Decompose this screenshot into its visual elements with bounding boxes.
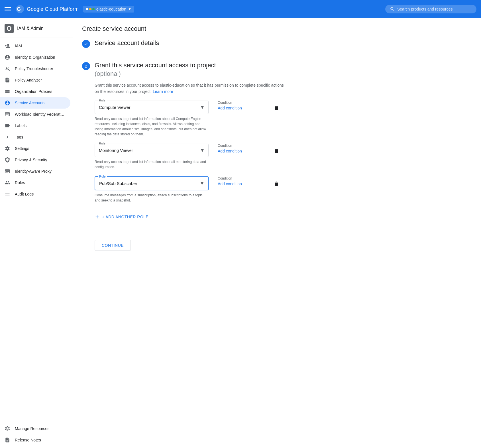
sidebar-label-manage-resources: Manage Resources [15, 426, 49, 431]
brand-logo: G Google Cloud Platform [15, 5, 79, 14]
roles-icon [5, 180, 10, 186]
sidebar-label-identity-org: Identity & Organization [15, 55, 55, 60]
project-dots [86, 8, 95, 10]
sidebar-item-identity-aware-proxy[interactable]: Identity-Aware Proxy [0, 166, 70, 177]
sidebar-item-labels[interactable]: Labels [0, 120, 70, 131]
tags-icon [5, 134, 10, 140]
role-select-2[interactable]: Monitoring Viewer [95, 144, 208, 157]
sidebar-item-manage-resources[interactable]: Manage Resources [0, 423, 70, 434]
google-logo-icon: G [15, 5, 25, 14]
project-name: elastic-education [96, 7, 126, 11]
sidebar-item-iam[interactable]: IAM [0, 40, 70, 52]
search-bar[interactable]: Search products and resources [385, 5, 476, 13]
role-select-wrapper-1: Role Compute Viewer ▼ [95, 101, 209, 114]
role-description-2: Read-only access to get and list informa… [95, 159, 209, 170]
role-description-3: Consume messages from a subscription, at… [95, 193, 209, 203]
sidebar-item-release-notes[interactable]: Release Notes [0, 434, 70, 446]
role-row-3: Role Pub/Sub Subscriber ▼ Consume messag… [95, 176, 472, 203]
sidebar-label-privacy-security: Privacy & Security [15, 158, 47, 162]
add-condition-link-2[interactable]: Add condition [218, 149, 263, 153]
sidebar-item-privacy-security[interactable]: Privacy & Security [0, 154, 70, 166]
sidebar-label-org-policies: Organization Policies [15, 89, 52, 94]
continue-section: CONTINUE [95, 231, 472, 251]
sidebar-item-policy-troubleshooter[interactable]: Policy Troubleshooter [0, 63, 70, 74]
sidebar-item-org-policies[interactable]: Organization Policies [0, 86, 70, 97]
org-policies-icon [5, 89, 10, 94]
search-icon [390, 7, 395, 12]
condition-section-3: Condition Add condition [218, 176, 263, 186]
sidebar-item-roles[interactable]: Roles [0, 177, 70, 188]
step-2-circle: 2 [82, 62, 90, 70]
sidebar-item-tags[interactable]: Tags [0, 131, 70, 143]
hamburger-icon[interactable] [5, 7, 11, 11]
trash-icon-2 [274, 148, 279, 154]
sidebar-header: IAM & Admin [0, 18, 73, 38]
step-2-line [86, 71, 86, 251]
sidebar: IAM & Admin IAM Identity & Organization [0, 18, 73, 448]
delete-role-btn-2[interactable] [272, 147, 280, 156]
identity-aware-proxy-icon [5, 168, 10, 174]
audit-logs-icon [5, 191, 10, 197]
settings-icon [5, 146, 10, 151]
condition-label-2: Condition [218, 144, 263, 148]
search-placeholder: Search products and resources [397, 7, 453, 11]
checkmark-icon [84, 42, 88, 46]
iam-admin-icon [5, 24, 14, 33]
role-field-2: Role Monitoring Viewer ▼ Read-only acces… [95, 144, 209, 170]
step-1-section: Service account details [82, 39, 472, 48]
brand-text: Google Cloud Platform [27, 6, 79, 12]
sidebar-title: IAM & Admin [17, 26, 43, 31]
delete-role-btn-3[interactable] [272, 180, 280, 189]
condition-section-2: Condition Add condition [218, 144, 263, 153]
step-2-indicator: 2 [82, 62, 90, 251]
role-label-2: Role [98, 142, 107, 145]
svg-text:G: G [17, 6, 21, 12]
step-1-circle [82, 40, 90, 48]
role-row-2: Role Monitoring Viewer ▼ Read-only acces… [95, 144, 472, 170]
step-2-content: Grant this service account access to pro… [95, 62, 472, 251]
condition-label-1: Condition [218, 101, 263, 105]
role-select-wrapper-2: Role Monitoring Viewer ▼ [95, 144, 209, 157]
condition-section-1: Condition Add condition [218, 101, 263, 110]
role-row-1: Role Compute Viewer ▼ Read-only access t… [95, 101, 472, 137]
workload-identity-icon [5, 111, 10, 117]
sidebar-item-service-accounts[interactable]: Service Accounts [0, 97, 70, 109]
sidebar-item-settings[interactable]: Settings [0, 143, 70, 154]
role-label-3: Role [98, 175, 107, 178]
grant-description: Grant this service account access to ela… [95, 82, 288, 95]
service-accounts-icon [5, 100, 10, 106]
sidebar-label-settings: Settings [15, 146, 29, 151]
add-condition-link-3[interactable]: Add condition [218, 182, 263, 186]
role-field-1: Role Compute Viewer ▼ Read-only access t… [95, 101, 209, 137]
trash-icon-1 [274, 105, 279, 111]
sidebar-item-identity-org[interactable]: Identity & Organization [0, 52, 70, 63]
sidebar-bottom: Manage Resources Release Notes [0, 421, 73, 448]
sidebar-nav: IAM Identity & Organization Policy Troub… [0, 38, 73, 416]
step-1-title: Service account details [95, 39, 472, 47]
policy-analyzer-icon [5, 77, 10, 83]
sidebar-label-tags: Tags [15, 135, 23, 139]
privacy-security-icon [5, 157, 10, 163]
role-select-1[interactable]: Compute Viewer [95, 101, 208, 114]
step-1-content: Service account details [95, 39, 472, 48]
sidebar-label-release-notes: Release Notes [15, 438, 41, 442]
sidebar-label-audit-logs: Audit Logs [15, 192, 34, 196]
step-2-title: Grant this service account access to pro… [95, 62, 472, 69]
role-description-1: Read-only access to get and list informa… [95, 116, 209, 137]
sidebar-label-policy-analyzer: Policy Analyzer [15, 78, 42, 82]
add-another-role-button[interactable]: + ADD ANOTHER ROLE [95, 212, 148, 222]
sidebar-item-audit-logs[interactable]: Audit Logs [0, 188, 70, 200]
role-select-3[interactable]: Pub/Sub Subscriber [95, 177, 208, 190]
sidebar-item-policy-analyzer[interactable]: Policy Analyzer [0, 74, 70, 86]
project-selector[interactable]: elastic-education ▼ [83, 6, 134, 13]
role-select-wrapper-3: Role Pub/Sub Subscriber ▼ [95, 176, 209, 190]
sidebar-label-labels: Labels [15, 123, 27, 128]
sidebar-item-workload-identity[interactable]: Workload Identity Federat… [0, 109, 70, 120]
add-condition-link-1[interactable]: Add condition [218, 106, 263, 110]
sidebar-label-identity-aware-proxy: Identity-Aware Proxy [15, 169, 52, 174]
continue-button[interactable]: CONTINUE [95, 240, 131, 251]
learn-more-link[interactable]: Learn more [153, 89, 173, 94]
delete-role-btn-1[interactable] [272, 104, 280, 113]
add-role-plus-icon [95, 214, 100, 219]
identity-org-icon [5, 54, 10, 60]
